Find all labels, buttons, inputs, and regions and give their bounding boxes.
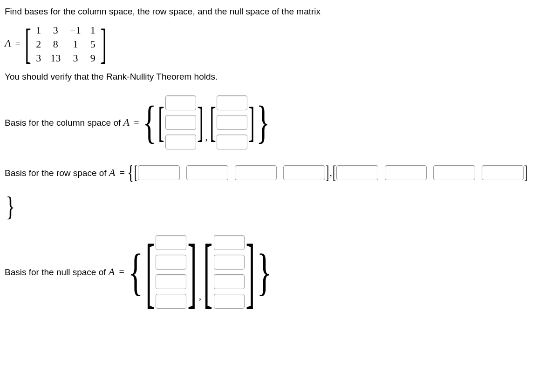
rowspace-v1-4[interactable] [283,165,325,180]
problem-intro: Find bases for the column space, the row… [5,7,554,17]
right-brace-icon: } [6,194,15,219]
left-bracket-icon: [ [333,164,336,181]
right-bracket-icon: ] [326,164,329,181]
left-bracket-icon: [ [210,104,216,141]
rowspace-v1-2[interactable] [186,165,228,180]
matrix-A: 13−11 2815 31339 [31,23,100,65]
left-bracket-icon: [ [145,237,155,307]
rowspace-row: Basis for the row space of A = { [ ] , [… [5,163,554,182]
right-bracket-icon: ] [245,237,255,307]
nullspace-row: Basis for the null space of A = { [ ] , … [5,233,554,311]
colspace-row: Basis for the column space of A = { [ ] … [5,93,554,152]
right-bracket-icon: ] [524,164,527,181]
rowspace-v2-1[interactable] [336,165,378,180]
colspace-v2-1[interactable] [217,95,247,110]
nullspace-v2-2[interactable] [214,255,245,270]
comma: , [197,291,203,302]
rowspace-v1-3[interactable] [235,165,277,180]
colspace-v1-2[interactable] [165,115,196,130]
rowspace-label: Basis for the row space of A = [5,167,127,179]
colspace-v2-2[interactable] [217,115,247,130]
colspace-v1-1[interactable] [165,95,196,110]
right-bracket-icon: ] [249,104,255,141]
right-bracket-icon: ] [197,104,203,141]
left-brace-icon: { [128,249,143,295]
right-bracket-icon: ] [100,26,106,63]
left-bracket-icon: [ [158,104,164,141]
left-bracket-icon: [ [134,164,137,181]
left-bracket-icon: [ [25,26,31,63]
verify-text: You should verify that the Rank-Nullity … [5,72,554,82]
rowspace-v2-3[interactable] [433,165,475,180]
comma: , [204,132,210,142]
nullspace-v2-3[interactable] [214,274,245,289]
nullspace-v1-1[interactable] [156,235,186,250]
nullspace-v2-1[interactable] [214,235,245,250]
nullspace-v1-4[interactable] [156,294,186,309]
nullspace-v1-2[interactable] [156,255,186,270]
nullspace-v2-4[interactable] [214,294,245,309]
equals-sign: = [14,38,22,48]
right-bracket-icon: ] [188,237,197,307]
colspace-label: Basis for the column space of A = [5,116,141,128]
matrix-name: A [5,37,11,49]
left-bracket-icon: [ [203,237,212,307]
rowspace-v1-1[interactable] [138,165,180,180]
nullspace-v1-3[interactable] [156,274,186,289]
colspace-v1-3[interactable] [165,135,196,149]
right-brace-icon: } [257,249,272,295]
nullspace-label: Basis for the null space of A = [5,266,126,278]
rowspace-closing-brace: } [5,194,554,219]
rowspace-v2-2[interactable] [385,165,427,180]
colspace-v2-3[interactable] [217,135,247,149]
left-brace-icon: { [127,163,134,182]
left-brace-icon: { [143,101,156,143]
rowspace-v2-4[interactable] [482,165,524,180]
right-brace-icon: } [257,101,270,143]
matrix-display: A = [ 13−11 2815 31339 ] [5,23,554,65]
